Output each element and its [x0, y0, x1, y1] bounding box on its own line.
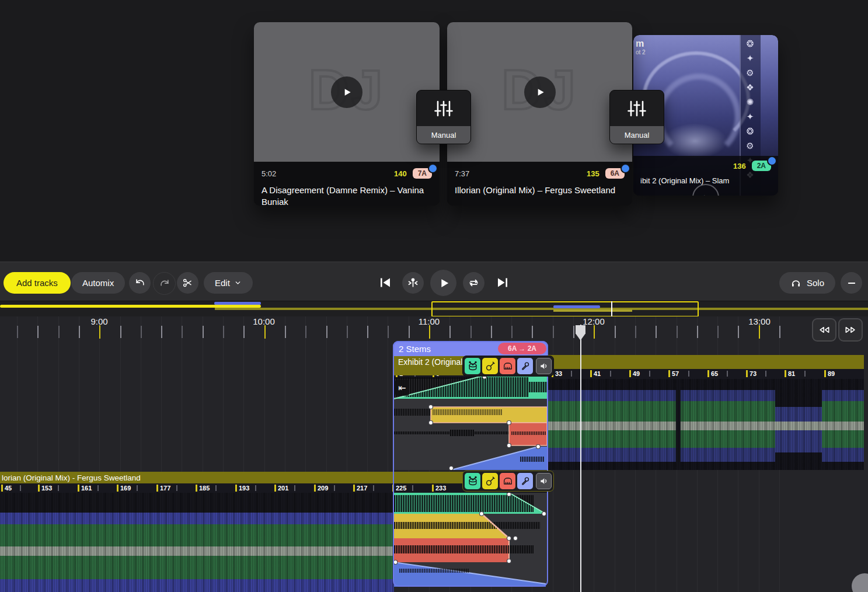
transition-button-2[interactable]: Manual [609, 90, 664, 144]
stem-mute-toggle[interactable] [536, 358, 552, 374]
hour-tick [429, 325, 430, 339]
automix-button[interactable]: Automix [71, 272, 125, 294]
stems-track-title: Exhibit 2 (Original [398, 357, 463, 367]
fast-forward-button[interactable] [838, 318, 863, 342]
bpm-value: 135 [587, 169, 599, 178]
minor-tick [470, 326, 472, 338]
jump-to-track-start-button[interactable]: ⇤ [395, 379, 409, 396]
other-waveform-over [433, 409, 503, 415]
beat-mid-tick [688, 371, 689, 377]
beat-mid-tick [294, 485, 295, 491]
playhead-marker[interactable] [576, 325, 585, 340]
minor-tick [656, 326, 657, 338]
bottom-track-stems-lanes[interactable] [394, 493, 547, 587]
skip-to-end-button[interactable] [494, 274, 511, 291]
beat-mid-tick [649, 371, 650, 377]
minor-tick [305, 326, 306, 338]
overview-viewport[interactable] [431, 301, 699, 317]
drum-icon [467, 360, 479, 372]
playhead-line[interactable] [580, 325, 581, 592]
stem-toggle-drums[interactable] [465, 358, 480, 374]
track-title: Illorian (Original Mix) – Fergus Sweetla… [455, 184, 625, 196]
bottom-track-waveform[interactable] [0, 493, 394, 592]
other-waveform [394, 522, 540, 529]
beat-tick [432, 485, 434, 492]
beat-tick [629, 370, 631, 377]
drum-icon [467, 475, 479, 487]
track-cards-area: ❂✦⚙❖✺✦❂⚙✦❖ m ot 2 136 2A ibit 2 (Origina… [0, 0, 868, 264]
stem-toggle-other[interactable] [482, 473, 498, 489]
hour-tick [99, 325, 100, 339]
play-preview-button[interactable] [524, 76, 556, 108]
undo-button[interactable] [129, 272, 151, 294]
beat-label: 217 [357, 485, 367, 492]
beat-number: 81 [785, 370, 795, 377]
beat-mid-tick [334, 485, 335, 491]
beat-label: 57 [672, 370, 679, 377]
floating-corner-button[interactable] [852, 573, 868, 592]
transition-button-1[interactable]: Manual [416, 90, 471, 144]
beat-tick [590, 370, 592, 377]
stem-toggle-other[interactable] [482, 358, 498, 374]
piano-waveform [394, 545, 534, 553]
skip-to-start-button[interactable] [377, 274, 394, 291]
beat-mid-tick [765, 371, 766, 377]
redo-icon [159, 278, 170, 290]
beat-label: 33 [555, 370, 562, 377]
minor-tick [635, 326, 636, 338]
redo-button[interactable] [153, 272, 176, 295]
play-preview-button[interactable] [331, 76, 362, 108]
solo-label: Solo [807, 278, 824, 288]
stems-panel-header[interactable]: 2 Stems 6A → 2A [393, 341, 548, 356]
hour-tick [759, 325, 760, 339]
minor-tick [120, 326, 121, 338]
split-button[interactable] [177, 272, 198, 294]
play-button[interactable] [430, 270, 456, 296]
minor-tick [203, 326, 204, 338]
stem-toggle-vocals[interactable] [517, 358, 533, 374]
drums-waveform [394, 495, 534, 512]
minor-tick [141, 326, 142, 338]
overlapped-subtitle-fragment: ot 2 [636, 49, 646, 55]
guitar-icon [484, 475, 496, 487]
beat-tick [274, 485, 276, 492]
key-badge: 6A [605, 168, 625, 179]
top-track-stems-lanes[interactable] [394, 375, 547, 470]
track-card-1[interactable]: DJ 5:02 140 7A A Disagreement (Damne Rem… [254, 22, 440, 206]
minor-tick [409, 326, 410, 338]
jump-to-playhead-button[interactable] [402, 272, 424, 294]
minor-tick [367, 326, 368, 338]
beat-label: 89 [828, 370, 835, 377]
stem-toggle-group-bottom [462, 471, 554, 492]
minor-tick [161, 326, 162, 338]
mix-overview-strip[interactable] [0, 301, 868, 317]
piano-icon [502, 360, 514, 372]
top-track-waveform[interactable] [547, 379, 864, 470]
minor-tick [738, 326, 739, 338]
stem-toggle-drums[interactable] [465, 473, 480, 489]
beat-mid-tick [255, 485, 256, 491]
zoom-out-button[interactable] [841, 272, 862, 294]
sync-dot-icon [767, 156, 777, 166]
loop-button[interactable] [463, 272, 484, 294]
stem-toggle-piano[interactable] [500, 358, 515, 374]
add-tracks-button[interactable]: Add tracks [4, 272, 71, 294]
beat-label: 41 [594, 370, 601, 377]
scissors-icon [182, 277, 193, 288]
beat-label: 225 [396, 485, 406, 492]
rewind-button[interactable] [812, 318, 836, 342]
track-card-2[interactable]: DJ 7:37 135 6A Illorian (Original Mix) –… [447, 22, 632, 206]
beat-mid-tick [20, 485, 21, 491]
undo-icon [134, 277, 146, 289]
beat-number: 65 [707, 370, 718, 377]
stem-toggle-piano[interactable] [500, 473, 515, 489]
beat-tick [353, 485, 355, 492]
stem-toggle-vocals[interactable] [517, 473, 533, 489]
timeline[interactable]: 9:0010:0011:0012:0013:00 Exhibit 2 (Orig… [0, 316, 868, 592]
edit-menu-button[interactable]: Edit [204, 272, 253, 294]
minor-tick [553, 326, 554, 338]
solo-button[interactable]: Solo [779, 272, 835, 294]
minor-tick [717, 326, 719, 338]
minor-tick [182, 326, 183, 338]
stem-mute-toggle[interactable] [536, 473, 552, 489]
